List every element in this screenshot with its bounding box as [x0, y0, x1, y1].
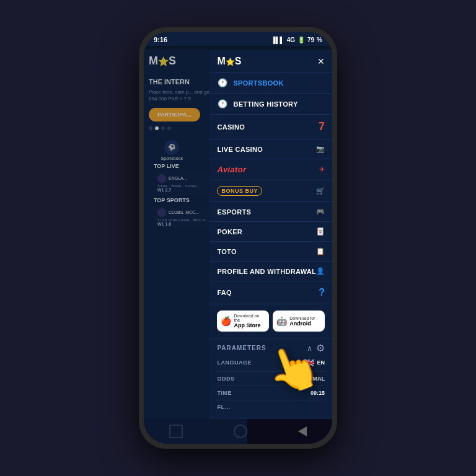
esports-badge: 🎮: [316, 208, 325, 216]
flag-icon: [157, 174, 166, 183]
side-menu: M⭐S ✕ 🕐 SPORTSBOOK 🕐 BETTING HISTORY: [209, 50, 332, 419]
android-button[interactable]: 🤖 Download for Android: [273, 311, 325, 332]
status-right: ▐▌▌ 4G 🔋 79%: [271, 37, 322, 43]
aviator-badge: ✈: [319, 165, 325, 174]
sportsbook-label: SPORTSBOOK: [233, 79, 283, 87]
betting-history-label: BETTING HISTORY: [233, 100, 298, 108]
flag-icon-2: [157, 208, 166, 217]
android-big: Android: [289, 320, 315, 327]
status-bar: 9:16 ▐▌▌ 4G 🔋 79%: [144, 32, 332, 46]
dot-4: [167, 126, 171, 130]
poker-badge: 🃏: [316, 227, 325, 236]
odds-row[interactable]: ODDS DECIMAL: [217, 372, 325, 386]
menu-item-faq[interactable]: FAQ ?: [209, 281, 332, 304]
time-label: TIME: [217, 390, 232, 396]
close-menu-button[interactable]: ✕: [317, 56, 325, 66]
participate-button[interactable]: PARTICIPA...: [149, 108, 200, 121]
parameters-title: PARAMETERS: [217, 345, 266, 351]
phone-screen: 9:16 ▐▌▌ 4G 🔋 79% M⭐S THE INTERN Place b…: [144, 32, 332, 444]
menu-item-aviator[interactable]: Aviator ✈: [209, 159, 332, 180]
fl-row[interactable]: FL...: [217, 400, 325, 414]
appstore-big: App Store: [234, 322, 265, 328]
appstore-button[interactable]: 🍎 Download on the App Store: [217, 311, 269, 332]
toto-label: TOTO: [217, 248, 236, 255]
casino-label: CASINO: [217, 123, 245, 131]
bonus-buy-tag: BONUS BUY: [217, 186, 262, 196]
menu-item-toto[interactable]: TOTO 📋: [209, 242, 332, 262]
bonus-buy-badge: 🛒: [316, 187, 325, 195]
odds-label: ODDS: [217, 376, 234, 382]
menu-item-casino[interactable]: CASINO 7: [209, 115, 332, 139]
language-value: 🇬🇧 EN: [304, 358, 325, 368]
status-time: 9:16: [154, 36, 167, 43]
android-small: Download for: [289, 316, 315, 320]
poker-label: POKER: [217, 228, 242, 236]
live-casino-label: LIVE CASINO: [217, 146, 263, 153]
live-casino-badge: 📷: [316, 145, 325, 153]
casino-badge: 7: [319, 120, 325, 133]
flag-gb: 🇬🇧: [304, 358, 314, 368]
apple-icon: 🍎: [221, 316, 231, 326]
profile-label: PROFILE AND WITHDRAWAL: [217, 268, 316, 275]
menu-item-profile[interactable]: PROFILE AND WITHDRAWAL 👤: [209, 262, 332, 281]
aviator-label: Aviator: [217, 165, 246, 174]
params-chevron: ∧: [307, 344, 312, 353]
menu-item-poker[interactable]: POKER 🃏: [209, 222, 332, 242]
phone-frame: 9:16 ▐▌▌ 4G 🔋 79% M⭐S THE INTERN Place b…: [139, 27, 337, 449]
battery-icon: 🔋: [298, 37, 305, 43]
dot-1: [149, 126, 152, 130]
language-label: LANGUAGE: [217, 359, 252, 366]
faq-label: FAQ: [217, 289, 232, 296]
time-row[interactable]: TIME 09:15: [217, 386, 325, 400]
download-section: 🍎 Download on the App Store 🤖 Download f…: [209, 304, 332, 338]
odds-value: DECIMAL: [299, 376, 325, 382]
logout-button[interactable]: LOG OUT: [209, 418, 332, 419]
time-value: 09:15: [311, 390, 325, 396]
nav-sportsbook: ⚽ Sportsbook: [149, 140, 195, 161]
language-row[interactable]: LANGUAGE 🇬🇧 EN: [217, 354, 325, 372]
appstore-small: Download on the: [234, 314, 265, 322]
android-icon: 🤖: [276, 316, 287, 326]
menu-item-bonus-buy[interactable]: BONUS BUY 🛒: [209, 180, 332, 202]
betting-history-icon: 🕐: [217, 99, 228, 108]
params-filter-icon: ⚙: [316, 342, 325, 354]
signal-icon: ▐▌▌: [271, 37, 284, 43]
esports-label: ESPORTS: [217, 208, 251, 216]
menu-item-betting-history[interactable]: 🕐 BETTING HISTORY: [209, 94, 332, 115]
faq-badge: ?: [319, 287, 325, 298]
menu-header: M⭐S ✕: [209, 50, 332, 73]
sportsbook-icon: 🕐: [217, 78, 228, 87]
dot-3: [161, 126, 165, 130]
fl-label: FL...: [217, 404, 230, 410]
menu-item-sportsbook[interactable]: 🕐 SPORTSBOOK: [209, 73, 332, 94]
dot-2: [155, 126, 159, 130]
menu-logo: M⭐S: [217, 56, 241, 67]
toto-badge: 📋: [316, 247, 325, 255]
menu-item-live-casino[interactable]: LIVE CASINO 📷: [209, 139, 332, 159]
parameters-section: PARAMETERS ∧ ⚙ LANGUAGE 🇬🇧 EN ODDS DEC: [209, 338, 332, 418]
menu-item-esports[interactable]: ESPORTS 🎮: [209, 202, 332, 222]
profile-badge: 👤: [316, 267, 325, 275]
parameters-header[interactable]: PARAMETERS ∧ ⚙: [217, 342, 325, 354]
nav-back-button[interactable]: [298, 426, 307, 436]
battery-level: 79: [307, 37, 314, 43]
signal-type: 4G: [287, 37, 295, 43]
